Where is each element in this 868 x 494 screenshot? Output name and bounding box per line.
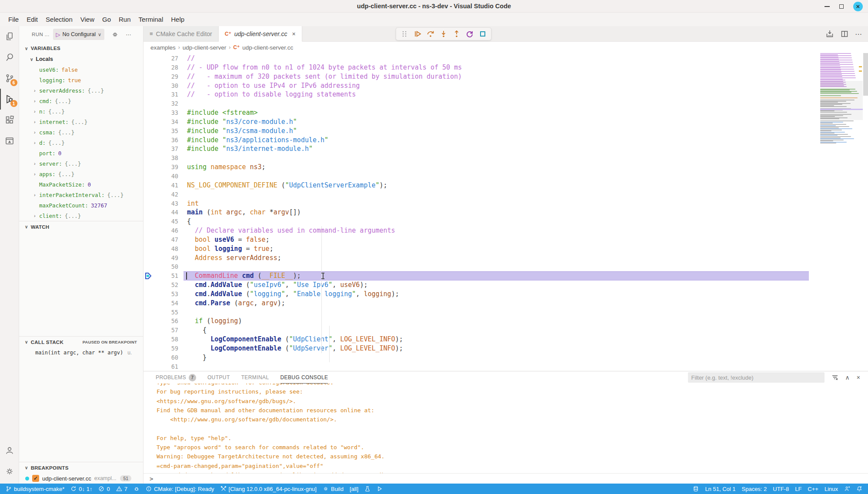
menu-go[interactable]: Go [98, 14, 115, 25]
line-number[interactable]: 27 [144, 54, 178, 63]
explorer-icon[interactable] [0, 26, 19, 47]
code-line[interactable]: 36#include "ns3/applications-module.h" [144, 136, 809, 145]
code-line[interactable]: 53 cmd.AddValue ("logging", "Enable logg… [144, 290, 809, 299]
code-line[interactable]: 32 [144, 99, 809, 108]
variable-row[interactable]: ›client:{...} [19, 210, 143, 221]
code-line[interactable]: 57 { [144, 326, 809, 335]
line-number[interactable]: 49 [144, 254, 178, 263]
line-number[interactable]: 53 [144, 290, 178, 299]
debug-console-output[interactable]: Type "show configuration" for configurat… [144, 384, 868, 473]
status-build-target[interactable]: [all] [347, 484, 361, 494]
line-number[interactable]: 39 [144, 163, 178, 172]
extensions-icon[interactable] [0, 110, 19, 130]
line-number[interactable]: 40 [144, 172, 178, 181]
console-filter-input[interactable] [688, 372, 825, 383]
line-number[interactable]: 60 [144, 353, 178, 362]
toolbar-drag-handle[interactable] [399, 28, 410, 40]
breakpoint-checkbox[interactable]: ✓ [32, 475, 39, 482]
minimap-slider[interactable] [820, 81, 863, 120]
line-number[interactable]: 41 [144, 181, 178, 190]
panel-tab-problems[interactable]: PROBLEMS7 [156, 371, 196, 384]
code-line[interactable]: 48 bool logging = true; [144, 244, 809, 254]
line-number[interactable]: 50 [144, 262, 178, 271]
status-language[interactable]: C++ [805, 484, 821, 494]
line-number[interactable]: 59 [144, 344, 178, 353]
continue-icon[interactable] [412, 28, 423, 40]
code-line[interactable]: 29// - maximum of 320 packets sent (or l… [144, 72, 809, 81]
line-number[interactable]: 54 [144, 299, 178, 308]
run-and-debug-icon[interactable]: 1 [0, 89, 19, 110]
status-remote-os[interactable]: Linux [821, 484, 841, 494]
code-line[interactable]: 40 [144, 172, 809, 181]
variable-row[interactable]: ›server:{...} [19, 158, 143, 169]
step-over-icon[interactable] [425, 28, 436, 40]
status-cmake-status[interactable]: CMake: [Debug]: Ready [143, 484, 217, 494]
code-line[interactable]: 59 LogComponentEnable ("UdpServer", LOG_… [144, 344, 809, 353]
status-encoding[interactable]: UTF-8 [770, 484, 792, 494]
stop-icon[interactable] [477, 28, 488, 40]
minimap[interactable] [820, 53, 863, 371]
status-errors[interactable]: 0 [95, 484, 113, 494]
split-editor-icon[interactable] [840, 30, 849, 38]
line-number[interactable]: 57 [144, 326, 178, 335]
code-line[interactable]: 60 } [144, 353, 809, 362]
variable-row[interactable]: port:0 [19, 148, 143, 158]
code-line[interactable]: 30// - option to use IPv4 or IPv6 addres… [144, 81, 809, 90]
code-line[interactable]: 34#include "ns3/core-module.h" [144, 117, 809, 127]
breadcrumb-item[interactable]: examples [150, 44, 176, 51]
line-number[interactable]: 31 [144, 90, 178, 99]
variable-row[interactable]: MaxPacketSize:0 [19, 179, 143, 190]
variable-row[interactable]: maxPacketCount:32767 [19, 200, 143, 210]
line-number[interactable]: 61 [144, 362, 178, 371]
variable-row[interactable]: ›serverAddress:{...} [19, 85, 143, 96]
status-feedback[interactable] [841, 484, 853, 494]
menu-run[interactable]: Run [115, 14, 135, 25]
clear-filter-icon[interactable] [831, 374, 838, 381]
line-number[interactable]: 35 [144, 127, 178, 136]
status-kit[interactable]: [Clang 12.0.0 x86_64-pc-linux-gnu] [217, 484, 320, 494]
code-line[interactable]: 44main (int argc, char *argv[]) [144, 208, 809, 217]
code-line[interactable]: 42 [144, 190, 809, 199]
close-panel-icon[interactable]: × [857, 374, 860, 381]
breakpoint-item[interactable]: ✓ udp-client-server.cc exampl... 51 [19, 473, 143, 484]
editor-scrollbar[interactable] [863, 53, 868, 96]
menu-edit[interactable]: Edit [23, 14, 42, 25]
status-database[interactable] [690, 484, 702, 494]
desktop-download-icon[interactable] [825, 30, 834, 38]
close-button-icon[interactable]: × [853, 2, 863, 11]
status-warnings[interactable]: 7 [113, 484, 130, 494]
status-cursor-position[interactable]: Ln 51, Col 1 [702, 484, 738, 494]
launch-config-dropdown[interactable]: ▷ No Configural ∨ [53, 29, 105, 40]
test-explorer-icon[interactable] [0, 130, 19, 151]
code-line[interactable]: 27// [144, 54, 809, 63]
code-line[interactable]: 50 [144, 262, 809, 271]
more-actions-icon[interactable]: ⋯ [126, 31, 131, 38]
variable-row[interactable]: ›cmd:{...} [19, 96, 143, 106]
settings-gear-icon[interactable] [0, 461, 19, 482]
line-number[interactable]: 32 [144, 99, 178, 108]
menu-terminal[interactable]: Terminal [135, 14, 167, 25]
line-number[interactable]: 33 [144, 108, 178, 117]
status-launch[interactable] [374, 484, 386, 494]
minimize-button-icon[interactable] [825, 6, 830, 7]
source-control-icon[interactable]: 6 [0, 68, 19, 89]
line-number[interactable]: 56 [144, 317, 178, 326]
stack-frame-main[interactable]: main(int argc, char ** argv) u. [19, 347, 143, 358]
code-line[interactable]: 35#include "ns3/csma-module.h" [144, 127, 809, 136]
code-line-current[interactable]: 51 CommandLine cmd (__FILE__); [144, 271, 809, 280]
code-line[interactable]: 33#include <fstream> [144, 108, 809, 117]
variable-row[interactable]: ›internet:{...} [19, 117, 143, 127]
code-line[interactable]: 47 bool useV6 = false; [144, 235, 809, 244]
breakpoints-section-header[interactable]: ∨ BREAKPOINTS [19, 462, 143, 473]
watch-section-header[interactable]: ∨ WATCH [19, 221, 143, 232]
line-number[interactable]: 44 [144, 208, 178, 217]
status-debug-target[interactable] [130, 484, 143, 494]
line-number[interactable]: 48 [144, 244, 178, 254]
menu-file[interactable]: File [4, 14, 23, 25]
line-number[interactable]: 43 [144, 199, 178, 208]
line-number[interactable]: 52 [144, 280, 178, 290]
variable-row[interactable]: useV6:false [19, 64, 143, 75]
status-test[interactable] [361, 484, 374, 494]
menu-view[interactable]: View [77, 14, 98, 25]
account-icon[interactable] [0, 440, 19, 461]
